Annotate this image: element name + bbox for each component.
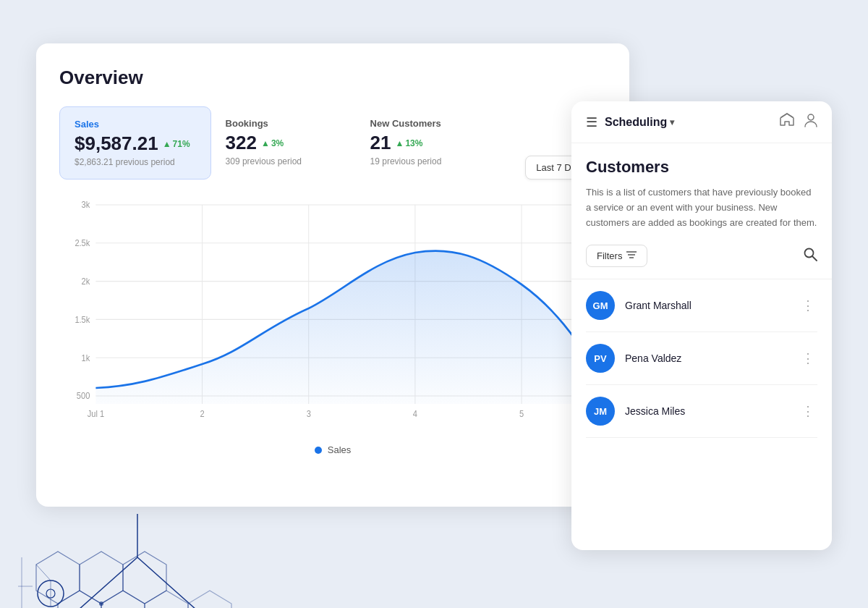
svg-text:4: 4: [413, 408, 418, 418]
filter-icon: [626, 250, 637, 261]
svg-text:1.5k: 1.5k: [75, 314, 90, 324]
sales-chart: 3k 2.5k 2k 1.5k 1k 500 Jul 1 2 3 4 5: [59, 197, 606, 436]
filters-row: Filters: [586, 245, 817, 267]
customer-name: Pena Valdez: [625, 352, 799, 364]
customer-list: GM Grant Marshall ⋮ PV Pena Valdez ⋮ JM …: [586, 279, 817, 438]
more-options-icon[interactable]: ⋮: [799, 400, 817, 422]
customer-name: Jessica Miles: [625, 405, 799, 417]
customers-card-header: ☰ Scheduling ▾: [571, 101, 832, 143]
store-icon[interactable]: [780, 113, 794, 131]
svg-text:3k: 3k: [82, 200, 90, 210]
metric-sales-change: ▲ 71%: [163, 139, 190, 149]
svg-text:500: 500: [77, 391, 90, 401]
arrow-up-icon: ▲: [163, 139, 171, 149]
svg-marker-7: [58, 591, 101, 608]
svg-text:2.5k: 2.5k: [75, 238, 90, 248]
header-icons: [780, 113, 817, 131]
metric-bookings[interactable]: Bookings 322 ▲ 3% 309 previous period: [211, 106, 356, 180]
metric-bookings-change: ▲ 3%: [261, 138, 284, 148]
svg-text:2k: 2k: [82, 276, 90, 287]
metric-new-customers-value: 21 ▲ 13%: [370, 132, 480, 154]
customer-list-item[interactable]: PV Pena Valdez ⋮: [586, 332, 817, 385]
more-options-icon[interactable]: ⋮: [799, 295, 817, 316]
arrow-up-icon: ▲: [396, 138, 404, 148]
svg-point-15: [99, 601, 103, 606]
more-options-icon[interactable]: ⋮: [799, 347, 817, 369]
svg-line-19: [36, 565, 51, 580]
chart-area: 3k 2.5k 2k 1.5k 1k 500 Jul 1 2 3 4 5: [59, 197, 606, 436]
hamburger-icon[interactable]: ☰: [586, 114, 597, 130]
customer-list-item[interactable]: JM Jessica Miles ⋮: [586, 385, 817, 438]
customers-card: ☰ Scheduling ▾: [571, 101, 832, 550]
svg-text:2: 2: [200, 408, 204, 418]
metric-bookings-value: 322 ▲ 3%: [226, 132, 336, 154]
svg-text:5: 5: [519, 408, 524, 418]
filters-label: Filters: [597, 250, 622, 261]
chart-legend: Sales: [59, 444, 606, 455]
metric-sales-label: Sales: [75, 119, 190, 130]
metric-new-customers[interactable]: New Customers 21 ▲ 13% 19 previous perio…: [356, 106, 501, 180]
customer-list-item[interactable]: GM Grant Marshall ⋮: [586, 279, 817, 332]
metric-sales[interactable]: Sales $9,587.21 ▲ 71% $2,863.21 previous…: [59, 106, 211, 180]
customers-description: This is a list of customers that have pr…: [586, 185, 817, 230]
svg-marker-9: [145, 591, 188, 608]
svg-text:Jul 1: Jul 1: [88, 408, 104, 418]
metric-bookings-prev: 309 previous period: [226, 156, 336, 166]
customer-avatar: JM: [586, 397, 615, 426]
svg-line-53: [812, 256, 817, 261]
customers-page-title: Customers: [586, 158, 817, 177]
chevron-down-icon: ▾: [670, 117, 674, 127]
legend-dot: [315, 447, 322, 454]
svg-marker-8: [101, 591, 145, 608]
metric-new-customers-change: ▲ 13%: [396, 138, 423, 148]
metric-sales-prev: $2,863.21 previous period: [75, 157, 190, 167]
svg-marker-10: [188, 591, 231, 608]
scheduling-title: Scheduling ▾: [605, 116, 674, 129]
metric-bookings-label: Bookings: [226, 118, 336, 129]
metric-sales-value: $9,587.21 ▲ 71%: [75, 132, 190, 155]
arrow-up-icon: ▲: [261, 138, 270, 148]
svg-point-48: [808, 114, 814, 120]
search-button[interactable]: [803, 247, 817, 265]
metric-new-customers-label: New Customers: [370, 118, 480, 129]
customer-name: Grant Marshall: [625, 300, 799, 311]
metric-new-customers-prev: 19 previous period: [370, 156, 480, 166]
cards-container: Overview Last 7 Days ▾ Sales $9,587.21 ▲…: [36, 43, 832, 565]
metrics-row: Sales $9,587.21 ▲ 71% $2,863.21 previous…: [59, 106, 606, 180]
overview-title: Overview: [59, 67, 606, 89]
filters-button[interactable]: Filters: [586, 245, 647, 267]
svg-text:3: 3: [307, 408, 311, 418]
customer-avatar: GM: [586, 291, 615, 320]
customers-body: Customers This is a list of customers th…: [571, 143, 832, 438]
legend-label: Sales: [328, 444, 352, 455]
person-icon[interactable]: [804, 113, 817, 131]
customer-avatar: PV: [586, 344, 615, 373]
overview-card: Overview Last 7 Days ▾ Sales $9,587.21 ▲…: [36, 43, 629, 507]
svg-text:1k: 1k: [82, 352, 90, 363]
